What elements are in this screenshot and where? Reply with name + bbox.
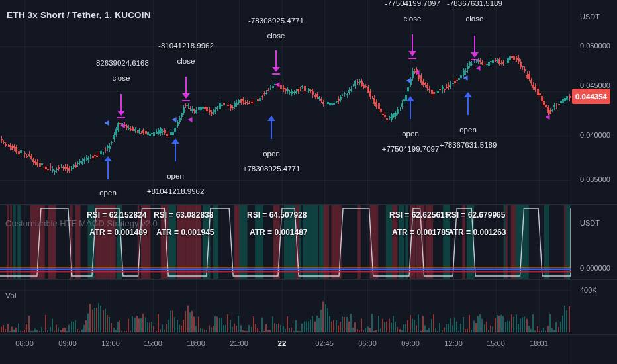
rsi-value: RSI = 62.679965 xyxy=(446,206,506,224)
open-marker-label[interactable]: open+81041218.9962 xyxy=(147,169,205,199)
time-axis[interactable]: 06:0009:0012:0015:0018:0021:002202:4506:… xyxy=(0,335,617,364)
close-marker-label[interactable]: -78367631.5189close xyxy=(447,0,502,26)
price-axis-currency: USDT xyxy=(580,13,600,21)
arrow-base-bar xyxy=(272,73,280,75)
arrow-stem xyxy=(467,97,469,115)
buy-open-arrow-icon[interactable] xyxy=(406,96,415,121)
time-tick-label: 12:00 xyxy=(444,340,463,347)
arrow-base-bar xyxy=(117,117,125,118)
time-tick-label: 12:00 xyxy=(101,340,120,347)
indicator-zero-label: 0.000000 xyxy=(580,264,610,272)
close-marker-value: -82639024.6168 xyxy=(93,56,149,71)
arrow-head xyxy=(471,52,479,58)
arrow-stem xyxy=(120,94,122,111)
close-marker-word: close xyxy=(447,11,502,26)
close-marker-value: -81041218.9962 xyxy=(158,38,214,54)
open-marker-label[interactable]: open+82639024.6168 xyxy=(79,185,137,204)
close-marker-label[interactable]: -78308925.4771close xyxy=(248,13,304,44)
trading-chart-window: ETH 3x Short / Tether, 1, KUCOIN -826390… xyxy=(0,0,617,364)
indicator-readout: RSI = 62.152824ATR = 0.001489 xyxy=(87,206,148,241)
sell-shape-icon xyxy=(546,114,550,120)
price-tick-label: 0.035000 xyxy=(580,175,610,183)
atr-value: ATR = 0.001945 xyxy=(154,224,214,241)
buy-open-arrow-icon[interactable] xyxy=(103,156,113,181)
sell-shape-icon xyxy=(120,123,125,128)
rsi-value: RSI = 63.082838 xyxy=(154,206,214,224)
buy-shape-icon xyxy=(463,75,468,81)
rsi-value: RSI = 62.152824 xyxy=(87,206,148,224)
price-tick-label: 0.050000 xyxy=(580,42,610,50)
indicator-readout: RSI = 64.507928ATR = 0.001487 xyxy=(247,206,308,241)
close-marker-label[interactable]: -77504199.7097close xyxy=(385,0,440,26)
time-tick-label: 18:01 xyxy=(530,340,548,347)
close-marker-label[interactable]: -81041218.9962close xyxy=(158,38,214,69)
open-marker-word: open xyxy=(147,169,205,184)
time-tick-label: 06:00 xyxy=(15,340,34,347)
sell-close-arrow-icon[interactable] xyxy=(117,94,126,119)
sell-close-arrow-icon[interactable] xyxy=(470,36,479,61)
time-tick-label: 21:00 xyxy=(230,340,248,347)
buy-open-arrow-icon[interactable] xyxy=(463,92,473,117)
sell-close-arrow-icon[interactable] xyxy=(408,34,417,60)
arrow-stem xyxy=(410,101,411,119)
rsi-value: RSI = 62.625615 xyxy=(389,206,450,224)
open-marker-value: +78367631.5189 xyxy=(440,138,497,153)
time-tick-label: 06:00 xyxy=(358,340,377,347)
atr-value: ATR = 0.001487 xyxy=(247,224,308,241)
indicator-readout: RSI = 62.679965ATR = 0.001263 xyxy=(446,206,506,241)
time-tick-label: 15:00 xyxy=(144,340,162,347)
buy-open-arrow-icon[interactable] xyxy=(267,116,276,141)
indicator-readout: RSI = 62.625615ATR = 0.001785 xyxy=(389,206,450,241)
buy-shape-icon xyxy=(105,120,109,126)
arrow-stem xyxy=(175,143,176,161)
open-marker-word: open xyxy=(79,185,137,201)
time-tick-label: 09:00 xyxy=(401,340,420,347)
arrow-stem xyxy=(474,36,475,53)
sell-shape-icon xyxy=(415,70,420,75)
rsi-value: RSI = 64.507928 xyxy=(247,206,308,224)
open-marker-label[interactable]: open+77504199.7097 xyxy=(382,126,440,157)
arrow-base-bar xyxy=(471,59,479,60)
open-marker-word: open xyxy=(243,146,301,161)
last-price-badge: 0.044354 xyxy=(572,89,610,104)
arrow-stem xyxy=(185,77,187,94)
symbol-title[interactable]: ETH 3x Short / Tether, 1, KUCOIN xyxy=(7,10,151,20)
close-marker-word: close xyxy=(248,28,304,44)
arrow-stem xyxy=(275,50,277,68)
buy-open-arrow-icon[interactable] xyxy=(171,138,180,163)
sell-shape-icon xyxy=(275,82,280,87)
atr-value: ATR = 0.001263 xyxy=(446,224,506,241)
arrow-stem xyxy=(271,120,272,139)
buy-shape-icon xyxy=(172,117,177,122)
close-marker-value: -78308925.4771 xyxy=(248,13,304,28)
open-marker-value: +77504199.7097 xyxy=(382,142,440,157)
arrow-head xyxy=(182,93,190,99)
arrow-head xyxy=(117,111,125,116)
atr-value: ATR = 0.001489 xyxy=(87,224,148,241)
time-tick-label: 15:00 xyxy=(487,340,505,347)
sell-shape-icon xyxy=(188,117,193,122)
time-tick-label: 02:45 xyxy=(315,340,334,347)
time-tick-label: 18:00 xyxy=(187,340,205,347)
close-marker-value: -77504199.7097 xyxy=(385,0,440,11)
close-marker-word: close xyxy=(158,54,214,69)
sell-close-arrow-icon[interactable] xyxy=(181,77,191,102)
open-marker-label[interactable]: open+78367631.5189 xyxy=(440,122,497,153)
open-marker-value: +82639024.6168 xyxy=(79,201,137,204)
arrow-base-bar xyxy=(408,58,416,59)
time-tick-label: 22 xyxy=(278,340,287,347)
arrow-head xyxy=(408,51,416,56)
volume-axis-tick: 400K xyxy=(580,286,597,294)
arrow-head xyxy=(272,67,280,72)
indicator-axis-currency: USDT xyxy=(580,219,600,227)
close-marker-label[interactable]: -82639024.6168close xyxy=(93,56,149,86)
atr-value: ATR = 0.001785 xyxy=(389,224,450,241)
price-tick-label: 0.040000 xyxy=(580,131,610,139)
open-marker-word: open xyxy=(382,126,440,142)
sell-shape-icon xyxy=(476,66,481,71)
open-marker-label[interactable]: open+78308925.4771 xyxy=(243,146,301,177)
arrow-base-bar xyxy=(182,100,190,101)
sell-close-arrow-icon[interactable] xyxy=(271,50,281,75)
volume-pane-label[interactable]: Vol xyxy=(5,291,17,300)
price-pane-overlay[interactable]: -82639024.6168close-81041218.9962close-7… xyxy=(0,0,571,204)
